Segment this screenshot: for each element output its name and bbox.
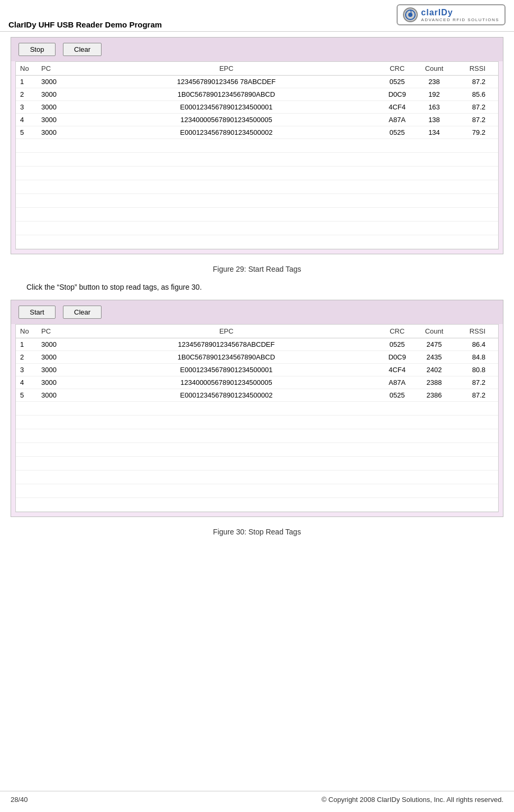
cell-count: 192 xyxy=(416,88,453,101)
cell-pc: 3000 xyxy=(37,376,74,389)
cell-rssi: 87.2 xyxy=(453,114,490,126)
col-header-epc: EPC xyxy=(74,325,379,338)
table-row: 3 3000 E00012345678901234500001 4CF4 163… xyxy=(16,101,498,114)
figure30-table: No PC EPC CRC Count RSSI 1 3000 12345678… xyxy=(16,325,498,512)
empty-row xyxy=(16,208,498,222)
cell-epc: 123400005678901234500005 xyxy=(74,376,379,389)
cell-epc: 1B0C5678901234567890ABCD xyxy=(74,88,379,101)
empty-row xyxy=(16,139,498,153)
table-row: 1 3000 123456789012345678ABCDEF 0525 247… xyxy=(16,338,498,351)
empty-row xyxy=(16,443,498,457)
cell-rssi: 87.2 xyxy=(453,389,490,402)
cell-count: 2386 xyxy=(416,389,453,402)
cell-crc: D0C9 xyxy=(379,351,416,364)
cell-epc: 1B0C5678901234567890ABCD xyxy=(74,351,379,364)
cell-epc: 123400005678901234500005 xyxy=(74,114,379,126)
empty-row xyxy=(16,457,498,470)
cell-no: 5 xyxy=(16,126,37,139)
empty-row xyxy=(16,153,498,167)
cell-count: 2435 xyxy=(416,351,453,364)
stop-button[interactable]: Stop xyxy=(19,43,56,56)
logo-box: clarIDy ADVANCED RFID SOLUTIONS xyxy=(397,4,506,25)
cell-no: 1 xyxy=(16,338,37,351)
table-row: 5 3000 E00012345678901234500002 0525 134… xyxy=(16,126,498,139)
cell-rssi: 85.6 xyxy=(453,88,490,101)
cell-epc: 123456789012345678ABCDEF xyxy=(74,338,379,351)
empty-row xyxy=(16,498,498,512)
figure30-caption: Figure 30: Stop Read Tags xyxy=(11,520,503,541)
cell-epc: E00012345678901234500002 xyxy=(74,126,379,139)
cell-crc: A87A xyxy=(379,376,416,389)
col-header-rssi: RSSI xyxy=(453,62,490,76)
cell-no: 2 xyxy=(16,88,37,101)
cell-count: 2475 xyxy=(416,338,453,351)
empty-row xyxy=(16,235,498,249)
table-row: 2 3000 1B0C5678901234567890ABCD D0C9 192… xyxy=(16,88,498,101)
col-header-no: No xyxy=(16,325,37,338)
clear-button-1[interactable]: Clear xyxy=(63,43,102,56)
cell-crc: A87A xyxy=(379,114,416,126)
col-header-no: No xyxy=(16,62,37,76)
table-header-row: No PC EPC CRC Count RSSI xyxy=(16,325,498,338)
figure30-panel: Start Clear No PC EPC CRC Count RSSI xyxy=(11,300,503,517)
cell-rssi: 84.8 xyxy=(453,351,490,364)
cell-count: 2388 xyxy=(416,376,453,389)
cell-epc: E00012345678901234500002 xyxy=(74,389,379,402)
figure29-panel: Stop Clear No PC EPC CRC Count RSSI xyxy=(11,37,503,254)
page-content: Stop Clear No PC EPC CRC Count RSSI xyxy=(0,32,514,552)
cell-pc: 3000 xyxy=(37,88,74,101)
cell-no: 4 xyxy=(16,114,37,126)
cell-crc: 4CF4 xyxy=(379,101,416,114)
cell-epc: E00012345678901234500001 xyxy=(74,101,379,114)
cell-rssi: 80.8 xyxy=(453,364,490,376)
cell-pc: 3000 xyxy=(37,364,74,376)
figure30-toolbar: Start Clear xyxy=(11,300,503,324)
cell-pc: 3000 xyxy=(37,389,74,402)
cell-no: 3 xyxy=(16,364,37,376)
table-row: 3 3000 E00012345678901234500001 4CF4 240… xyxy=(16,364,498,376)
table-row: 1 3000 1234567890123456 78ABCDEF 0525 23… xyxy=(16,76,498,88)
empty-row xyxy=(16,167,498,180)
figure29-table-wrap: No PC EPC CRC Count RSSI 1 3000 12345678… xyxy=(15,61,499,250)
cell-pc: 3000 xyxy=(37,101,74,114)
col-header-pc: PC xyxy=(37,62,74,76)
logo-icon xyxy=(403,7,418,22)
cell-crc: 0525 xyxy=(379,126,416,139)
cell-count: 138 xyxy=(416,114,453,126)
cell-pc: 3000 xyxy=(37,114,74,126)
cell-pc: 3000 xyxy=(37,76,74,88)
empty-row xyxy=(16,194,498,208)
page-footer: 28/40 © Copyright 2008 ClarIDy Solutions… xyxy=(0,791,514,804)
cell-rssi: 87.2 xyxy=(453,76,490,88)
clear-button-2[interactable]: Clear xyxy=(63,306,102,319)
cell-rssi: 79.2 xyxy=(453,126,490,139)
col-header-rssi: RSSI xyxy=(453,325,490,338)
cell-crc: D0C9 xyxy=(379,88,416,101)
cell-rssi: 87.2 xyxy=(453,101,490,114)
col-header-count: Count xyxy=(416,62,453,76)
cell-no: 3 xyxy=(16,101,37,114)
cell-no: 4 xyxy=(16,376,37,389)
cell-crc: 0525 xyxy=(379,389,416,402)
empty-row xyxy=(16,222,498,235)
empty-row xyxy=(16,429,498,443)
cell-rssi: 86.4 xyxy=(453,338,490,351)
col-header-pc: PC xyxy=(37,325,74,338)
cell-pc: 3000 xyxy=(37,351,74,364)
start-button[interactable]: Start xyxy=(19,306,56,319)
figure29-toolbar: Stop Clear xyxy=(11,38,503,61)
col-header-count: Count xyxy=(416,325,453,338)
logo-text: clarIDy ADVANCED RFID SOLUTIONS xyxy=(421,8,499,22)
cell-no: 2 xyxy=(16,351,37,364)
figure29-table: No PC EPC CRC Count RSSI 1 3000 12345678… xyxy=(16,62,498,249)
table-row: 2 3000 1B0C5678901234567890ABCD D0C9 243… xyxy=(16,351,498,364)
cell-no: 5 xyxy=(16,389,37,402)
page-title: ClarIDy UHF USB Reader Demo Program xyxy=(8,4,162,29)
page-number: 28/40 xyxy=(11,796,28,804)
col-header-crc: CRC xyxy=(379,325,416,338)
table-row: 5 3000 E00012345678901234500002 0525 238… xyxy=(16,389,498,402)
description-text: Click the “Stop” button to stop read tag… xyxy=(11,279,503,300)
logo-brand: clarIDy xyxy=(421,8,499,17)
page-header: ClarIDy UHF USB Reader Demo Program clar… xyxy=(0,0,514,32)
cell-count: 2402 xyxy=(416,364,453,376)
